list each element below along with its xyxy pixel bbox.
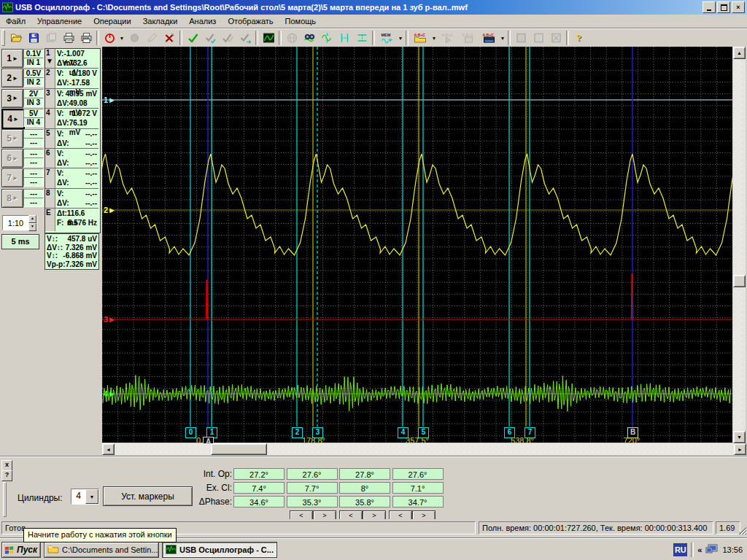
horizontal-scrollbar[interactable]: ◄ ► [102, 443, 746, 455]
status-time-info: Полн. время: 00:00:01:727.260, Тек. врем… [479, 521, 713, 534]
maximize-button[interactable] [717, 1, 730, 13]
channel-input-4[interactable]: IN 4 [23, 117, 44, 127]
menu-item-Анализ[interactable]: Анализ [183, 15, 222, 28]
channel-button-6[interactable]: 6► [1, 149, 23, 168]
toolbar-save-button[interactable] [25, 30, 42, 46]
toolbar-help-button[interactable]: ?? [570, 30, 588, 46]
close-button[interactable]: × [732, 1, 745, 13]
tooltip: Начните работу с нажатия этой кнопки [23, 528, 177, 542]
network-icon[interactable] [705, 544, 719, 556]
toolbar-separator [566, 31, 569, 45]
attenuation-spinner[interactable]: 1:10 ▲ ▼ [2, 215, 37, 230]
panel-help-button[interactable]: ? [1, 470, 12, 481]
start-label: Пуск [17, 545, 37, 555]
toolbar-power-stop-button[interactable] [101, 30, 118, 46]
toolbar-print-button[interactable] [60, 30, 77, 46]
channel-button-8[interactable]: 8► [1, 189, 23, 208]
toolbar-abc-folder-button[interactable]: A:B+C [410, 30, 430, 46]
v-label: V: [57, 89, 63, 98]
channel-input-6[interactable]: --- [23, 158, 44, 167]
channel-button-1[interactable]: 1► [1, 49, 23, 68]
cylinders-select[interactable]: 4 ▼ [71, 489, 99, 505]
toolbar-grip[interactable] [1, 30, 5, 46]
vertical-scroll-thumb[interactable] [733, 275, 746, 287]
start-button[interactable]: Пуск [1, 542, 41, 558]
channel-arrow-icon: ► [12, 155, 18, 162]
channel-arrow-icon: ► [12, 175, 18, 182]
analysis-panel: x ? Цилиндры: 4 ▼ Уст. маркеры Int. Op:2… [0, 456, 747, 520]
channel-input-3[interactable]: IN 3 [23, 98, 44, 107]
toolbar-check-arrow-button[interactable] [236, 30, 254, 46]
channel-button-7[interactable]: 7► [1, 168, 23, 187]
toolbar-abc-folder-dropdown-icon[interactable]: ▼ [430, 30, 438, 46]
channel-button-2[interactable]: 2► [1, 69, 23, 88]
cylinders-dropdown-icon[interactable]: ▼ [85, 489, 98, 504]
resize-grip[interactable] [738, 526, 746, 534]
v-label: V: [57, 168, 63, 178]
toolbar-cursor-vert-button[interactable] [336, 30, 353, 46]
scroll-down-button[interactable]: ▼ [733, 431, 746, 443]
menu-item-Помощь[interactable]: Помощь [279, 15, 322, 28]
cylinders-label: Цилиндры: [18, 493, 63, 503]
minimize-button[interactable] [703, 1, 716, 13]
marker-0[interactable]: 0 [185, 427, 196, 438]
channel-input-8[interactable]: --- [23, 198, 44, 207]
toolbar-win-dither-button [530, 30, 547, 46]
toolbar-abc-display-dropdown-icon[interactable]: ▼ [499, 30, 506, 46]
panel-close-button[interactable]: x [1, 460, 12, 471]
dt-value: 116.6 ms [67, 209, 97, 218]
vertical-scrollbar[interactable]: ▲ ▼ [733, 47, 746, 443]
set-markers-button[interactable]: Уст. маркеры [103, 486, 193, 506]
toolbar-check-double-button[interactable] [219, 30, 236, 46]
task-button-0[interactable]: C:\Documents and Settin... [44, 542, 159, 558]
channel-button-3[interactable]: 3► [1, 89, 23, 108]
dv-value: 76.19 mV [69, 118, 97, 128]
toolbar-open-folder-button[interactable] [7, 30, 25, 46]
channel-input-7[interactable]: --- [23, 177, 44, 187]
measure-index: 6 [45, 149, 55, 168]
spin-up-button[interactable]: ▲ [28, 215, 36, 223]
channel-number: 3 [7, 93, 12, 104]
measure-row-7: 7V:--.--ΔV:--.-- [45, 168, 98, 188]
channel-input-1[interactable]: IN 1 [23, 58, 44, 67]
toolbar-print-color-button[interactable] [77, 30, 95, 46]
panel-grip[interactable] [3, 482, 7, 517]
channel-input-5[interactable]: --- [23, 138, 44, 147]
toolbar-check-green-button[interactable] [184, 30, 201, 46]
menu-item-Закладки[interactable]: Закладки [137, 15, 184, 28]
menu-item-Операции[interactable]: Операции [88, 15, 136, 28]
task-button-1[interactable]: USB Осциллограф - C... [162, 542, 277, 558]
language-indicator[interactable]: RU [673, 543, 687, 556]
scroll-right-button[interactable]: ► [734, 443, 746, 455]
toolbar-separator [406, 31, 409, 45]
scope-display[interactable]: 1►2►3►4► 01234567AB0178.8°357.5°538.8°72… [102, 47, 732, 443]
toolbar-cursor-horiz-button[interactable] [353, 30, 371, 46]
toolbar-abc-display-button[interactable]: A:B+C [479, 30, 499, 46]
menu-item-Управление[interactable]: Управление [31, 15, 88, 28]
scroll-left-button[interactable]: ◄ [102, 443, 115, 455]
toolbar-delete-x-button[interactable] [160, 30, 178, 46]
channel-button-4[interactable]: 4► [1, 109, 25, 129]
toolbar-wave-arrows-button[interactable] [318, 30, 336, 46]
menu-item-Файл[interactable]: Файл [0, 15, 31, 28]
timebase-button[interactable]: 5 ms [1, 234, 39, 249]
phase-row-label-2: ΔPhase: [190, 497, 232, 507]
toolbar-search-wave-button[interactable] [301, 30, 318, 46]
channel-input-2[interactable]: IN 2 [23, 77, 44, 87]
toolbar-power-stop-dropdown-icon[interactable]: ▼ [118, 30, 125, 46]
measure-index: 5 [45, 129, 55, 148]
tray-chevron[interactable]: « [697, 545, 702, 554]
channel-button-5[interactable]: 5► [1, 129, 23, 148]
toolbar-xy-display-button[interactable] [260, 30, 277, 46]
marker-2[interactable]: 2 [292, 427, 303, 438]
toolbar-separator [255, 31, 258, 45]
toolbar-mem-button[interactable]: MEM [376, 30, 397, 46]
horizontal-scroll-thumb[interactable] [211, 443, 267, 455]
scroll-up-button[interactable]: ▲ [733, 47, 746, 59]
menu-item-Отображать[interactable]: Отображать [222, 15, 279, 28]
svg-text:A:B+C: A:B+C [482, 33, 494, 37]
toolbar-mem-dropdown-icon[interactable]: ▼ [397, 30, 404, 46]
spin-down-button[interactable]: ▼ [28, 223, 36, 231]
toolbar-check-sub-button[interactable] [201, 30, 219, 46]
toolbar: ▼MEM▼A:B+C▼A:B+CA:B+CA:B+C▼?? [0, 28, 747, 47]
